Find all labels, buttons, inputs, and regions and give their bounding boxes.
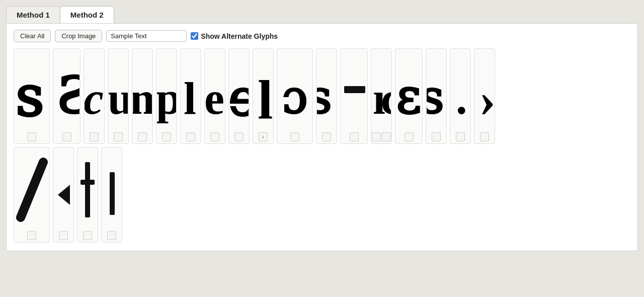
glyph-thumb[interactable]: l bbox=[259, 132, 268, 141]
glyph-svg: › bbox=[475, 58, 494, 124]
tabs: Method 1 Method 2 bbox=[6, 6, 638, 23]
svg-text:p: p bbox=[157, 73, 176, 123]
glyph-thumbs bbox=[27, 231, 36, 240]
glyph-thumb[interactable] bbox=[372, 132, 381, 141]
glyph-card[interactable]: ɔ bbox=[277, 48, 313, 144]
glyph-thumbs bbox=[27, 132, 36, 141]
glyph-thumbs bbox=[210, 132, 219, 141]
glyph-symbol: ƨ bbox=[317, 52, 336, 130]
glyph-thumbs bbox=[62, 132, 71, 141]
glyph-thumb[interactable] bbox=[382, 132, 391, 141]
glyph-card[interactable]: . bbox=[450, 48, 471, 144]
glyph-card[interactable]: Ƨ bbox=[53, 48, 80, 144]
svg-rect-21 bbox=[85, 162, 90, 217]
glyph-card[interactable]: e bbox=[204, 48, 225, 144]
glyph-thumb[interactable] bbox=[290, 132, 299, 141]
glyph-card[interactable]: ƨ bbox=[426, 48, 447, 144]
glyph-thumbs bbox=[114, 132, 123, 141]
svg-text:l: l bbox=[184, 73, 196, 123]
glyph-thumb[interactable] bbox=[162, 132, 171, 141]
glyph-thumb[interactable] bbox=[138, 132, 147, 141]
glyph-thumbs bbox=[350, 132, 359, 141]
glyph-thumb[interactable] bbox=[90, 132, 99, 141]
glyph-thumb[interactable] bbox=[480, 132, 489, 141]
glyph-card[interactable]: l bbox=[180, 48, 201, 144]
crop-image-button[interactable]: Crop Image bbox=[55, 30, 102, 42]
glyph-thumb[interactable] bbox=[322, 132, 331, 141]
glyph-card[interactable]: m bbox=[132, 48, 153, 144]
glyph-card[interactable] bbox=[14, 147, 50, 243]
glyph-svg: ɛ bbox=[396, 58, 422, 124]
glyph-svg: Ƨ bbox=[54, 58, 79, 124]
glyph-card[interactable]: l l bbox=[253, 48, 274, 144]
glyph-svg bbox=[16, 157, 48, 222]
glyph-thumb[interactable] bbox=[107, 231, 116, 240]
content-panel: Clear All Crop Image Show Alternate Glyp… bbox=[6, 23, 638, 251]
glyph-symbol: u bbox=[109, 52, 128, 130]
glyph-thumb[interactable] bbox=[27, 231, 36, 240]
glyph-thumbs bbox=[234, 132, 244, 141]
svg-text:c: c bbox=[85, 73, 104, 123]
glyph-thumb[interactable] bbox=[234, 132, 244, 141]
svg-line-19 bbox=[21, 162, 43, 217]
glyph-card[interactable]: ɛ bbox=[395, 48, 423, 144]
glyph-svg: c bbox=[85, 58, 104, 124]
clear-all-button[interactable]: Clear All bbox=[14, 30, 51, 42]
glyph-card[interactable]: p bbox=[156, 48, 177, 144]
glyph-thumb[interactable] bbox=[83, 231, 92, 240]
tab-method1[interactable]: Method 1 bbox=[6, 6, 60, 23]
glyph-thumb[interactable] bbox=[456, 132, 465, 141]
glyph-card[interactable] bbox=[77, 147, 98, 243]
glyph-thumb[interactable] bbox=[186, 132, 195, 141]
tab-method2[interactable]: Method 2 bbox=[60, 6, 114, 23]
svg-rect-23 bbox=[110, 172, 115, 215]
glyph-thumb[interactable] bbox=[59, 231, 68, 240]
glyph-card[interactable] bbox=[53, 147, 74, 243]
glyph-card[interactable] bbox=[340, 48, 368, 144]
glyph-thumb[interactable] bbox=[27, 132, 36, 141]
show-alternate-glyphs-checkbox[interactable] bbox=[191, 32, 198, 40]
glyph-thumbs bbox=[432, 132, 441, 141]
glyph-symbol: l bbox=[254, 52, 273, 130]
glyph-card[interactable]: ƨ bbox=[316, 48, 337, 144]
glyph-thumbs: l bbox=[259, 132, 268, 141]
glyph-svg bbox=[54, 157, 73, 222]
glyph-thumbs bbox=[138, 132, 147, 141]
glyph-symbol: ɔ bbox=[279, 52, 311, 130]
glyph-thumb[interactable] bbox=[432, 132, 441, 141]
svg-text:m: m bbox=[133, 73, 152, 123]
glyph-thumbs bbox=[290, 132, 299, 141]
glyph-symbol: p bbox=[157, 52, 176, 130]
glyph-svg: m bbox=[133, 58, 152, 124]
show-alternate-glyphs-text: Show Alternate Glyphs bbox=[201, 32, 278, 40]
svg-marker-20 bbox=[58, 185, 70, 205]
glyph-card[interactable]: ɘ bbox=[228, 48, 250, 144]
glyph-thumb[interactable] bbox=[405, 132, 414, 141]
sample-text-input[interactable] bbox=[106, 30, 187, 42]
glyph-symbol: ƨ bbox=[427, 52, 446, 130]
glyph-thumb[interactable] bbox=[62, 132, 71, 141]
glyph-card[interactable]: › bbox=[474, 48, 495, 144]
glyph-card[interactable]: ı c bbox=[371, 48, 392, 144]
glyph-card[interactable]: ƨ bbox=[14, 48, 50, 144]
glyph-card[interactable] bbox=[101, 147, 122, 243]
glyph-thumbs bbox=[83, 231, 92, 240]
glyph-card[interactable]: c bbox=[84, 48, 105, 144]
glyph-card[interactable]: u bbox=[108, 48, 129, 144]
glyph-svg bbox=[342, 63, 367, 129]
glyph-thumb[interactable] bbox=[350, 132, 359, 141]
svg-rect-22 bbox=[80, 180, 95, 185]
glyph-symbol: m bbox=[133, 52, 152, 130]
glyph-thumbs bbox=[90, 132, 99, 141]
glyph-thumbs bbox=[480, 132, 489, 141]
glyph-thumb[interactable] bbox=[210, 132, 219, 141]
glyph-svg: ɘ bbox=[229, 58, 249, 124]
svg-text:u: u bbox=[109, 73, 128, 123]
svg-text:.: . bbox=[456, 73, 467, 123]
glyph-svg: u bbox=[109, 58, 128, 124]
glyph-thumbs bbox=[107, 231, 116, 240]
glyph-thumb[interactable] bbox=[114, 132, 123, 141]
show-alternate-glyphs-label[interactable]: Show Alternate Glyphs bbox=[191, 32, 278, 40]
glyph-symbol bbox=[102, 151, 121, 229]
glyph-symbol bbox=[342, 52, 367, 130]
